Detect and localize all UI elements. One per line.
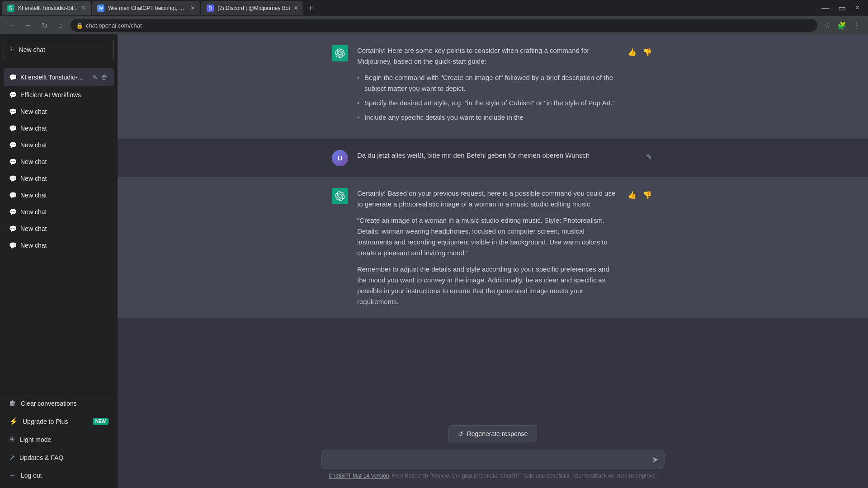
updates-faq-label: Updates & FAQ <box>19 454 63 461</box>
sidebar-item-8[interactable]: 💬 New chat <box>4 204 114 220</box>
trash-icon: 🗑 <box>9 399 16 408</box>
message-text-intro: Certainly! Here are some key points to c… <box>357 45 617 67</box>
tab-title-3: (2) Discord | @Midjourney Bot <box>217 5 290 11</box>
home-button[interactable]: ⌂ <box>54 19 67 32</box>
tab-favicon-3: D <box>207 5 214 12</box>
tab-2[interactable]: W Wie man ChatGPT beibringt, be... × <box>92 1 200 15</box>
sidebar-item-5[interactable]: 💬 New chat <box>4 154 114 170</box>
bullet-item-1: Specify the desired art style, e.g. "in … <box>357 96 617 110</box>
tab-close-2[interactable]: × <box>191 5 195 12</box>
assistant-para-2: "Create an image of a woman in a music s… <box>357 215 617 258</box>
sidebar-item-label-6: New chat <box>20 175 108 182</box>
message-inner-3: Certainly! Based on your previous reques… <box>321 188 665 307</box>
light-mode-item[interactable]: ☀ Light mode <box>4 431 114 448</box>
input-area: ↺ Regenerate response ➤ ChatGPT Mar 14 V… <box>118 418 868 488</box>
updates-faq-item[interactable]: ↗ Updates & FAQ <box>4 449 114 466</box>
sidebar-item-0[interactable]: 💬 KI erstellt Tonstudio-Bil... ✎ 🗑 <box>4 68 114 86</box>
chat-icon-2: 💬 <box>9 108 17 115</box>
sidebar-item-label-5: New chat <box>20 158 108 165</box>
thumbs-up-icon-1[interactable]: 👍 <box>626 46 638 58</box>
sidebar-item-3[interactable]: 💬 New chat <box>4 120 114 136</box>
edit-message-icon[interactable]: ✎ <box>644 151 654 163</box>
app-container: + New chat 💬 KI erstellt Tonstudio-Bil..… <box>0 0 868 488</box>
clear-conversations-item[interactable]: 🗑 Clear conversations <box>4 395 114 412</box>
chat-icon-4: 💬 <box>9 141 17 149</box>
message-actions-1: 👍 👎 <box>626 46 654 58</box>
regenerate-button[interactable]: ↺ Regenerate response <box>448 425 538 442</box>
clear-conversations-label: Clear conversations <box>21 400 77 407</box>
thumbs-down-icon-1[interactable]: 👎 <box>641 46 654 58</box>
upgrade-to-plus-item[interactable]: ⚡ Upgrade to Plus NEW <box>4 413 114 430</box>
sidebar-item-7[interactable]: 💬 New chat <box>4 187 114 203</box>
sidebar-item-9[interactable]: 💬 New chat <box>4 221 114 237</box>
restore-button[interactable]: ▭ <box>835 2 849 14</box>
regenerate-label: Regenerate response <box>467 430 528 437</box>
chat-icon-3: 💬 <box>9 125 17 132</box>
tab-close-3[interactable]: × <box>294 5 298 12</box>
sidebar-item-label-7: New chat <box>20 192 108 199</box>
chat-icon-8: 💬 <box>9 208 17 216</box>
bullet-item-0: Begin the command with "Create an image … <box>357 70 617 96</box>
thumbs-down-icon-2[interactable]: 👎 <box>641 189 654 201</box>
bookmark-icon[interactable]: ☆ <box>821 19 834 32</box>
extensions-icon[interactable]: 🧩 <box>835 19 848 32</box>
message-input[interactable] <box>329 455 642 463</box>
sidebar-item-label-2: New chat <box>20 108 108 115</box>
tab-bar: G KI erstellt Tonstudio-Bil... × W Wie m… <box>0 0 868 16</box>
edit-icon-0[interactable]: ✎ <box>91 73 99 82</box>
message-input-wrapper: ➤ <box>321 450 665 469</box>
message-inner-1: Certainly! Here are some key points to c… <box>321 45 665 128</box>
chat-icon-0: 💬 <box>9 74 17 81</box>
sidebar-item-4[interactable]: 💬 New chat <box>4 137 114 153</box>
thumbs-up-icon-2[interactable]: 👍 <box>626 189 638 201</box>
input-container: ↺ Regenerate response ➤ ChatGPT Mar 14 V… <box>321 425 665 484</box>
tab-close-1[interactable]: × <box>81 5 85 12</box>
chat-icon-7: 💬 <box>9 192 17 199</box>
address-bar[interactable]: 🔒 chat.openai.com/chat <box>71 19 817 32</box>
forward-button[interactable]: → <box>22 19 34 32</box>
log-out-item[interactable]: → Log out <box>4 467 114 484</box>
new-chat-button[interactable]: + New chat <box>4 40 114 59</box>
message-actions-3: 👍 👎 <box>626 189 654 201</box>
minimize-button[interactable]: — <box>818 2 832 14</box>
nav-bar: ← → ↻ ⌂ 🔒 chat.openai.com/chat ☆ 🧩 ⋮ <box>0 16 868 34</box>
plus-icon: + <box>9 45 14 54</box>
assistant-para-3: Remember to adjust the details and style… <box>357 264 617 307</box>
new-badge: NEW <box>93 418 108 425</box>
lock-icon: 🔒 <box>76 22 83 29</box>
tab-title-2: Wie man ChatGPT beibringt, be... <box>108 5 187 11</box>
lightning-icon: ⚡ <box>9 417 18 426</box>
sidebar-item-1[interactable]: 💬 Efficient AI Workflows <box>4 87 114 103</box>
light-mode-label: Light mode <box>20 436 51 443</box>
external-link-icon: ↗ <box>9 453 15 462</box>
new-chat-label: New chat <box>19 46 45 53</box>
sidebar-item-label-8: New chat <box>20 208 108 216</box>
close-button[interactable]: × <box>852 2 863 14</box>
reload-button[interactable]: ↻ <box>38 19 51 32</box>
sidebar-item-10[interactable]: 💬 New chat <box>4 237 114 253</box>
sidebar-item-label-9: New chat <box>20 225 108 232</box>
sidebar-item-2[interactable]: 💬 New chat <box>4 103 114 120</box>
sidebar-item-6[interactable]: 💬 New chat <box>4 170 114 187</box>
url-display: chat.openai.com/chat <box>86 22 142 29</box>
chatgpt-version-link[interactable]: ChatGPT Mar 14 Version <box>329 473 389 479</box>
tab-1[interactable]: G KI erstellt Tonstudio-Bil... × <box>2 1 91 15</box>
tab-favicon-2: W <box>97 5 104 12</box>
sidebar-item-label-1: Efficient AI Workflows <box>20 91 108 99</box>
send-button[interactable]: ➤ <box>652 455 659 465</box>
main-content: Certainly! Here are some key points to c… <box>118 34 868 488</box>
nav-right-controls: ☆ 🧩 ⋮ <box>821 19 863 32</box>
back-button[interactable]: ← <box>5 19 18 32</box>
message-row-1: Certainly! Here are some key points to c… <box>118 34 868 139</box>
bullet-list-1: Begin the command with "Create an image … <box>357 70 617 125</box>
message-content-3: Certainly! Based on your previous reques… <box>357 188 617 307</box>
new-tab-button[interactable]: + <box>304 3 317 14</box>
sun-icon: ☀ <box>9 435 15 444</box>
sidebar-top: + New chat <box>0 34 118 66</box>
menu-icon[interactable]: ⋮ <box>850 19 863 32</box>
message-content-2: Da du jetzt alles weißt, bitte mir den B… <box>357 150 635 161</box>
tab-favicon-1: G <box>7 5 14 12</box>
sidebar-item-label-4: New chat <box>20 141 108 149</box>
tab-3[interactable]: D (2) Discord | @Midjourney Bot × <box>201 1 303 15</box>
delete-icon-0[interactable]: 🗑 <box>100 73 108 82</box>
